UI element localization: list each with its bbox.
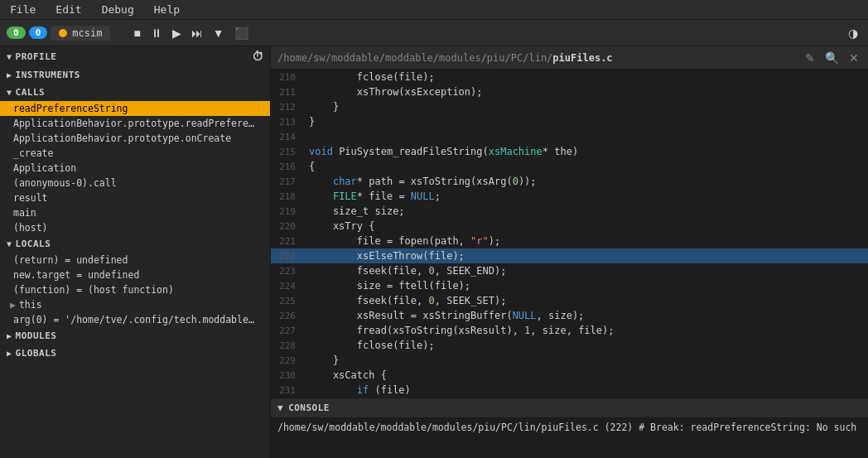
line-content-224: size = ftell(file); [306, 280, 868, 292]
step-out-button[interactable]: ▼ [210, 25, 228, 41]
line-content-216: { [306, 161, 868, 172]
line-content-223: fseek(file, 0, SEEK_END); [306, 265, 868, 277]
globals-header[interactable]: ▶ GLOBALS [0, 345, 270, 362]
toolbar: 0 0 mcsim ■ ⏸ ▶ ⏭ ▼ ⬛ ◑ [0, 20, 868, 46]
step-into-button[interactable]: ⏭ [188, 25, 206, 41]
locals-header[interactable]: ▼ LOCALS [0, 235, 270, 253]
stop-all-button[interactable]: ⬛ [231, 25, 252, 41]
call-item-7[interactable]: main [0, 205, 270, 220]
line-num-211: 211 [271, 87, 306, 98]
code-line-210: 210 fclose(file); [271, 70, 868, 84]
code-line-215: 215 void PiuSystem_readFileString(xsMach… [271, 144, 868, 159]
code-line-218: 218 FILE* file = NULL; [271, 189, 868, 204]
console-title: CONSOLE [288, 403, 330, 413]
line-content-222: xsElseThrow(file); [306, 250, 868, 262]
line-num-229: 229 [271, 355, 306, 366]
code-line-229: 229 } [271, 353, 868, 368]
calls-list: readPreferenceString ApplicationBehavior… [0, 101, 270, 235]
line-content-210: fclose(file); [306, 71, 868, 83]
line-num-210: 210 [271, 72, 306, 83]
code-line-211: 211 xsThrow(xsException); [271, 84, 868, 99]
theme-toggle-button[interactable]: ◑ [845, 25, 861, 41]
file-name: piuFiles.c [552, 52, 612, 64]
modules-chevron: ▶ [7, 331, 12, 340]
menu-help[interactable]: Help [151, 2, 183, 17]
menubar: File Edit Debug Help [0, 0, 868, 20]
line-num-227: 227 [271, 325, 306, 336]
call-item-5[interactable]: (anonymous-0).call [0, 176, 270, 190]
code-line-220: 220 xsTry { [271, 219, 868, 234]
line-content-231: if (file) [306, 384, 868, 396]
call-item-3[interactable]: _create [0, 146, 270, 161]
code-line-223: 223 fseek(file, 0, SEEK_END); [271, 263, 868, 278]
local-item-0: (return) = undefined [0, 253, 270, 268]
instruments-chevron: ▶ [7, 70, 12, 80]
calls-label: CALLS [16, 87, 46, 98]
file-tabbar: /home/sw/moddable/moddable/modules/piu/P… [271, 46, 868, 70]
line-content-226: xsResult = xsStringBuffer(NULL, size); [306, 310, 868, 321]
call-item-6[interactable]: result [0, 190, 270, 205]
globals-label: GLOBALS [16, 348, 57, 359]
line-num-224: 224 [271, 281, 306, 292]
line-num-220: 220 [271, 221, 306, 232]
line-num-212: 212 [271, 102, 306, 113]
console-chevron-icon: ▼ [277, 403, 283, 413]
stop-button[interactable]: ■ [130, 25, 143, 41]
blue-badge: 0 [29, 27, 48, 39]
menu-edit[interactable]: Edit [52, 2, 84, 17]
search-file-button[interactable]: 🔍 [822, 51, 841, 65]
line-num-230: 230 [271, 370, 306, 381]
call-item-0[interactable]: readPreferenceString [0, 101, 270, 116]
call-item-8[interactable]: (host) [0, 220, 270, 235]
line-content-213: } [306, 116, 868, 128]
tab-label: mcsim [72, 27, 102, 39]
left-panel: ▼ PROFILE ⏱ ▶ INSTRUMENTS ▼ CALLS readPr… [0, 46, 271, 458]
local-item-4: arg(0) = '/home/tve/.config/tech.moddabl… [0, 312, 270, 327]
pause-button[interactable]: ⏸ [147, 25, 166, 41]
profile-header[interactable]: ▼ PROFILE ⏱ [0, 46, 270, 66]
code-line-228: 228 fclose(file); [271, 338, 868, 353]
line-num-215: 215 [271, 147, 306, 157]
locals-chevron: ▼ [7, 239, 12, 248]
line-num-225: 225 [271, 296, 306, 306]
line-num-213: 213 [271, 117, 306, 128]
line-content-215: void PiuSystem_readFileString(xsMachine*… [306, 146, 868, 157]
edit-file-button[interactable]: ✎ [803, 51, 817, 65]
globals-section: ▶ GLOBALS [0, 345, 270, 362]
line-content-219: size_t size; [306, 205, 868, 217]
code-area[interactable]: 210 fclose(file); 211 xsThrow(xsExceptio… [271, 70, 868, 398]
close-file-button[interactable]: ✕ [846, 51, 861, 65]
call-item-2[interactable]: ApplicationBehavior.prototype.onCreate [0, 131, 270, 146]
instruments-section: ▶ INSTRUMENTS [0, 66, 270, 84]
line-num-219: 219 [271, 206, 306, 217]
calls-chevron: ▼ [7, 88, 12, 97]
code-line-217: 217 char* path = xsToString(xsArg(0)); [271, 174, 868, 189]
local-item-3[interactable]: ▶this [0, 297, 270, 312]
line-num-218: 218 [271, 191, 306, 202]
code-line-219: 219 size_t size; [271, 204, 868, 219]
code-line-221: 221 file = fopen(path, "r"); [271, 234, 868, 248]
instruments-header[interactable]: ▶ INSTRUMENTS [0, 66, 270, 84]
code-line-227: 227 fread(xsToString(xsResult), 1, size,… [271, 323, 868, 338]
line-num-226: 226 [271, 311, 306, 321]
line-num-217: 217 [271, 176, 306, 187]
call-item-1[interactable]: ApplicationBehavior.prototype.readPrefer… [0, 116, 270, 131]
call-item-4[interactable]: Application [0, 161, 270, 176]
step-over-button[interactable]: ▶ [169, 25, 185, 41]
code-line-213: 213 } [271, 114, 868, 129]
menu-file[interactable]: File [7, 2, 39, 17]
code-line-230: 230 xsCatch { [271, 368, 868, 383]
file-path: /home/sw/moddable/moddable/modules/piu/P… [277, 52, 799, 64]
console-panel: ▼ CONSOLE /home/sw/moddable/moddable/mod… [271, 398, 868, 458]
main-content: ▼ PROFILE ⏱ ▶ INSTRUMENTS ▼ CALLS readPr… [0, 46, 868, 458]
modules-label: MODULES [16, 330, 57, 341]
mcsim-tab[interactable]: mcsim [51, 26, 110, 41]
line-content-212: } [306, 101, 868, 113]
profile-section: ▼ PROFILE ⏱ [0, 46, 270, 66]
calls-header[interactable]: ▼ CALLS [0, 84, 270, 101]
code-line-214: 214 [271, 129, 868, 144]
modules-header[interactable]: ▶ MODULES [0, 327, 270, 345]
menu-debug[interactable]: Debug [99, 2, 137, 17]
instruments-label: INSTRUMENTS [16, 70, 80, 80]
console-header[interactable]: ▼ CONSOLE [271, 398, 868, 418]
